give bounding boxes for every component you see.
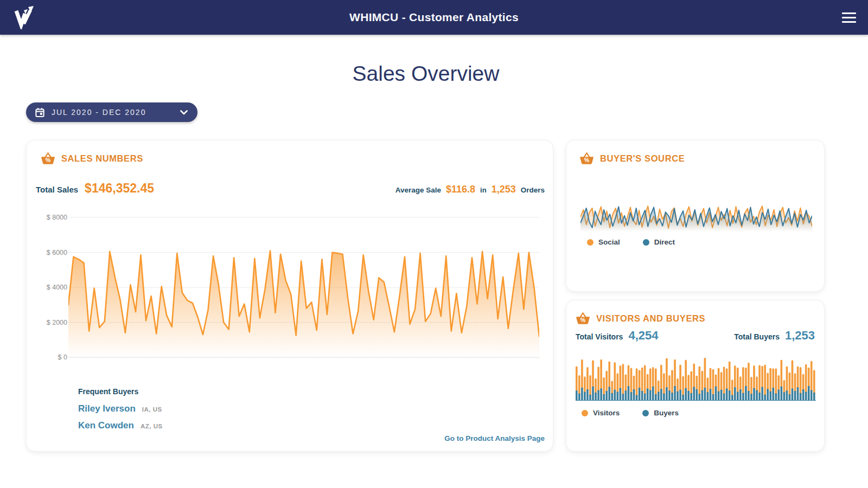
sources-card-title: BUYER'S SOURCE xyxy=(600,153,685,164)
sales-chart-plot xyxy=(68,211,539,365)
sources-card-header: % BUYER'S SOURCE xyxy=(579,151,685,166)
social-legend-dot xyxy=(587,239,593,246)
average-sale-label: Average Sale xyxy=(395,186,441,194)
total-sales-label: Total Sales xyxy=(36,185,78,194)
direct-legend-label: Direct xyxy=(654,238,675,246)
in-label: in xyxy=(480,186,487,194)
date-range-label: JUL 2020 - DEC 2020 xyxy=(52,108,146,117)
total-visitors-stat: Total Visitors 4,254 xyxy=(576,329,658,343)
sales-chart-y-axis: $ 8000$ 6000$ 4000$ 2000$ 0 xyxy=(42,211,67,365)
legend-item-visitors: Visitors xyxy=(582,409,620,417)
hamburger-menu-icon[interactable] xyxy=(842,12,856,23)
direct-legend-dot xyxy=(643,239,649,246)
buyers-legend-label: Buyers xyxy=(654,409,679,417)
y-axis-tick: $ 0 xyxy=(58,354,67,361)
svg-text:%: % xyxy=(580,317,586,323)
frequent-buyers-section: Frequent Buyers Riley Iverson IA, US Ken… xyxy=(78,387,163,437)
total-buyers-value: 1,253 xyxy=(785,329,815,343)
total-visitors-label: Total Visitors xyxy=(576,332,623,341)
sales-card-title: SALES NUMBERS xyxy=(61,153,143,164)
buyer-name[interactable]: Ken Cowden xyxy=(78,420,134,431)
y-axis-tick: $ 8000 xyxy=(47,214,67,221)
visitors-buyers-card: % VISITORS AND BUYERS Total Visitors 4,2… xyxy=(566,300,825,452)
orders-count-value: 1,253 xyxy=(492,184,516,195)
buyer-location: AZ, US xyxy=(141,423,163,429)
shopping-basket-percent-icon: % xyxy=(579,151,594,166)
y-axis-tick: $ 6000 xyxy=(47,249,67,256)
sales-numbers-card: % SALES NUMBERS Total Sales $146,352.45 … xyxy=(26,140,553,452)
visitors-legend-label: Visitors xyxy=(593,409,620,417)
page-title: Sales Overview xyxy=(0,62,852,86)
list-item[interactable]: Ken Cowden AZ, US xyxy=(78,420,163,431)
buyer-name[interactable]: Riley Iverson xyxy=(78,403,136,414)
shopping-basket-percent-icon: % xyxy=(41,151,55,166)
legend-item-social: Social xyxy=(587,238,620,246)
total-visitors-value: 4,254 xyxy=(628,329,658,343)
total-sales-value: $146,352.45 xyxy=(85,181,154,196)
average-sale-value: $116.8 xyxy=(446,184,475,195)
list-item[interactable]: Riley Iverson IA, US xyxy=(78,403,163,414)
traffic-legend: Visitors Buyers xyxy=(582,409,679,417)
svg-text:%: % xyxy=(46,157,51,163)
shopping-basket-percent-icon: % xyxy=(576,311,590,326)
navbar: WHIMCU - Customer Analytics xyxy=(0,0,868,35)
orders-label: Orders xyxy=(521,186,545,194)
average-sale-stat: Average Sale $116.8 in 1,253 Orders xyxy=(395,184,545,195)
buyers-source-card: % BUYER'S SOURCE Social Direct xyxy=(566,140,825,292)
svg-text:%: % xyxy=(584,157,590,163)
visitors-buyers-bar-chart xyxy=(576,352,816,401)
legend-item-direct: Direct xyxy=(643,238,675,246)
y-axis-tick: $ 4000 xyxy=(47,284,67,291)
total-sales-stat: Total Sales $146,352.45 xyxy=(36,181,154,196)
traffic-card-title: VISITORS AND BUYERS xyxy=(596,313,705,324)
total-buyers-stat: Total Buyers 1,253 xyxy=(734,329,815,343)
buyers-source-line-chart xyxy=(580,191,812,235)
product-analysis-link[interactable]: Go to Product Analysis Page xyxy=(444,434,545,442)
chevron-down-icon xyxy=(180,110,188,115)
sales-card-header: % SALES NUMBERS xyxy=(41,151,143,166)
y-axis-tick: $ 2000 xyxy=(47,319,67,326)
date-range-picker[interactable]: JUL 2020 - DEC 2020 xyxy=(26,102,197,122)
app-title: WHIMCU - Customer Analytics xyxy=(0,11,868,24)
frequent-buyers-label: Frequent Buyers xyxy=(78,387,163,396)
calendar-icon xyxy=(35,107,45,118)
sources-legend: Social Direct xyxy=(587,238,675,246)
buyer-location: IA, US xyxy=(142,406,162,413)
social-legend-label: Social xyxy=(598,238,620,246)
buyers-legend-dot xyxy=(642,410,649,416)
visitors-legend-dot xyxy=(582,410,588,416)
total-buyers-label: Total Buyers xyxy=(734,332,780,341)
legend-item-buyers: Buyers xyxy=(642,409,679,417)
sales-area-chart: $ 8000$ 6000$ 4000$ 2000$ 0 xyxy=(42,211,539,365)
traffic-card-header: % VISITORS AND BUYERS xyxy=(576,311,705,326)
